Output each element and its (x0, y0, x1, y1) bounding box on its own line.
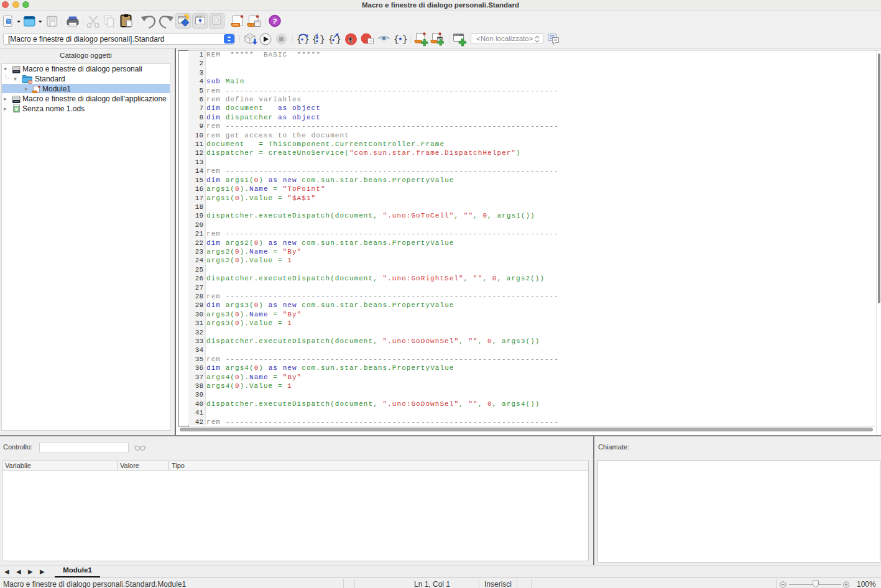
svg-text:{: { (394, 35, 399, 45)
svg-text:}: } (336, 35, 341, 45)
svg-text:}: } (320, 35, 325, 45)
svg-text:}: } (402, 35, 408, 45)
